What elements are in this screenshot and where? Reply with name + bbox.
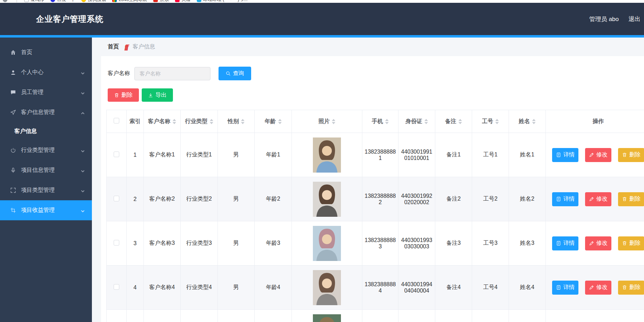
cell-phone: 13823888882 bbox=[362, 177, 398, 221]
detail-button[interactable]: 详情 bbox=[552, 192, 578, 206]
bookmark-item[interactable]: 爱纯净 bbox=[24, 0, 44, 3]
edit-button[interactable]: 修改 bbox=[585, 192, 611, 206]
batch-delete-button[interactable]: 删除 bbox=[108, 88, 139, 102]
row-checkbox[interactable] bbox=[114, 152, 119, 157]
column-header-note[interactable]: 备注 bbox=[435, 110, 472, 133]
sort-icon[interactable] bbox=[385, 119, 389, 124]
browser-icon[interactable] bbox=[3, 0, 7, 2]
column-header-name[interactable]: 客户名称 bbox=[144, 110, 181, 133]
bookmark-item[interactable]: 百度一下 bbox=[51, 0, 75, 3]
table-row: 1 客户名称1 行业类型1 男 年龄1 13823888881 44030019… bbox=[107, 133, 644, 177]
sort-icon[interactable] bbox=[210, 119, 213, 124]
cell-age: 年龄5 bbox=[255, 310, 292, 322]
column-header-age[interactable]: 年龄 bbox=[255, 110, 292, 133]
cell-note: 备注1 bbox=[435, 133, 472, 177]
bookmark-item[interactable]: 天猫 bbox=[175, 0, 190, 3]
customer-photo[interactable] bbox=[313, 270, 341, 305]
edit-button[interactable]: 修改 bbox=[585, 236, 611, 250]
customer-photo[interactable] bbox=[313, 137, 341, 173]
sidebar-item-project-revenue-mgmt[interactable]: 项目收益管理 bbox=[0, 200, 92, 220]
batch-delete-label: 删除 bbox=[121, 92, 133, 99]
sidebar-item-home[interactable]: 首页 bbox=[0, 42, 92, 62]
edit-button[interactable]: 修改 bbox=[585, 148, 611, 162]
bookmark-item[interactable]: 搜狗搜索 bbox=[81, 0, 106, 3]
sidebar-item-personal-center[interactable]: 个人中心 bbox=[0, 62, 92, 82]
sort-icon[interactable] bbox=[495, 119, 499, 124]
detail-button[interactable]: 详情 bbox=[552, 281, 578, 295]
delete-button[interactable]: 删除 bbox=[618, 192, 644, 206]
sort-icon[interactable] bbox=[532, 119, 536, 124]
delete-button[interactable]: 删除 bbox=[618, 148, 644, 162]
customer-photo[interactable] bbox=[313, 182, 341, 217]
delete-button[interactable]: 删除 bbox=[618, 236, 644, 250]
cell-realname: 姓名2 bbox=[509, 177, 546, 221]
bookmark-item[interactable]: 哔哩哔哩 ( ゜- ゜)つ... bbox=[197, 0, 248, 3]
logout-button[interactable]: 退出 bbox=[629, 15, 640, 23]
sidebar-nav: 首页 个人中心 员工管理 客户信息管理 客户信息 bbox=[0, 38, 92, 322]
column-label: 客户名称 bbox=[148, 118, 170, 124]
table-row: 2 客户名称2 行业类型2 男 年龄2 13823888882 44030019… bbox=[107, 177, 644, 221]
column-header-jobno[interactable]: 工号 bbox=[472, 110, 509, 133]
cell-index: 2 bbox=[127, 177, 144, 221]
column-header-realname[interactable]: 姓名 bbox=[509, 110, 546, 133]
column-header-index[interactable]: 索引 bbox=[127, 110, 144, 133]
app-header: 企业客户管理系统 管理员 abo 退出 bbox=[0, 3, 644, 35]
column-header-idcard[interactable]: 身份证 bbox=[398, 110, 435, 133]
row-checkbox[interactable] bbox=[114, 284, 119, 290]
search-input[interactable] bbox=[134, 67, 210, 80]
customer-photo[interactable] bbox=[313, 226, 341, 261]
chevron-down-icon bbox=[81, 188, 85, 193]
cell-phone: 13823888881 bbox=[362, 133, 398, 177]
cell-jobno: 工号1 bbox=[472, 133, 509, 177]
detail-button[interactable]: 详情 bbox=[552, 236, 578, 250]
cell-photo bbox=[292, 221, 362, 266]
row-checkbox[interactable] bbox=[114, 240, 119, 246]
query-button[interactable]: 查询 bbox=[219, 67, 251, 80]
sort-icon[interactable] bbox=[241, 119, 244, 124]
sidebar-item-customer-info-mgmt[interactable]: 客户信息管理 bbox=[0, 102, 92, 122]
cell-name: 客户名称3 bbox=[144, 221, 181, 266]
column-label: 手机 bbox=[372, 118, 383, 124]
bookmark-item[interactable]: 2345上网导航 bbox=[112, 0, 147, 3]
cell-name: 客户名称4 bbox=[144, 266, 181, 310]
cell-photo bbox=[292, 177, 362, 221]
cell-photo bbox=[292, 310, 362, 322]
column-label: 姓名 bbox=[519, 118, 530, 124]
trash-icon bbox=[622, 285, 627, 290]
breadcrumb-home[interactable]: 首页 bbox=[108, 43, 119, 51]
column-header-phone[interactable]: 手机 bbox=[362, 110, 398, 133]
sidebar-item-industry-type-mgmt[interactable]: 行业类型管理 bbox=[0, 140, 92, 160]
cell-gender: 男 bbox=[218, 177, 255, 221]
cell-name: 客户名称2 bbox=[144, 177, 181, 221]
bookmark-item[interactable]: 京东 bbox=[153, 0, 169, 3]
sort-icon[interactable] bbox=[458, 119, 462, 124]
jd-icon bbox=[153, 0, 158, 2]
customer-photo[interactable] bbox=[313, 314, 341, 322]
bookmark-label: 爱纯净 bbox=[31, 0, 44, 3]
select-all-checkbox[interactable] bbox=[114, 118, 119, 123]
column-header-gender[interactable]: 性别 bbox=[218, 110, 255, 133]
pencil-icon bbox=[589, 152, 594, 157]
search-form: 客户名称 查询 bbox=[108, 67, 251, 80]
detail-button[interactable]: 详情 bbox=[552, 148, 578, 162]
sort-icon[interactable] bbox=[278, 119, 282, 124]
sort-icon[interactable] bbox=[424, 119, 428, 124]
column-header-industry[interactable]: 行业类型 bbox=[181, 110, 218, 133]
sort-icon[interactable] bbox=[173, 119, 176, 124]
cell-note: 备注4 bbox=[435, 266, 472, 310]
chevron-down-icon bbox=[81, 71, 85, 75]
delete-button[interactable]: 删除 bbox=[618, 281, 644, 295]
column-label: 索引 bbox=[129, 118, 141, 124]
sort-icon[interactable] bbox=[332, 119, 335, 124]
sidebar-item-employee-mgmt[interactable]: 员工管理 bbox=[0, 82, 92, 102]
sidebar-item-project-info-mgmt[interactable]: 项目信息管理 bbox=[0, 160, 92, 180]
column-header-photo[interactable]: 照片 bbox=[292, 110, 362, 133]
cell-note: 备注2 bbox=[435, 177, 472, 221]
sidebar-subitem-customer-info[interactable]: 客户信息 bbox=[0, 122, 92, 140]
edit-button[interactable]: 修改 bbox=[585, 281, 611, 295]
cell-note: 备注3 bbox=[435, 221, 472, 266]
cell-jobno: 工号3 bbox=[472, 221, 509, 266]
export-button[interactable]: 导出 bbox=[142, 88, 173, 102]
sidebar-item-project-type-mgmt[interactable]: 项目类型管理 bbox=[0, 180, 92, 200]
row-checkbox[interactable] bbox=[114, 196, 119, 201]
